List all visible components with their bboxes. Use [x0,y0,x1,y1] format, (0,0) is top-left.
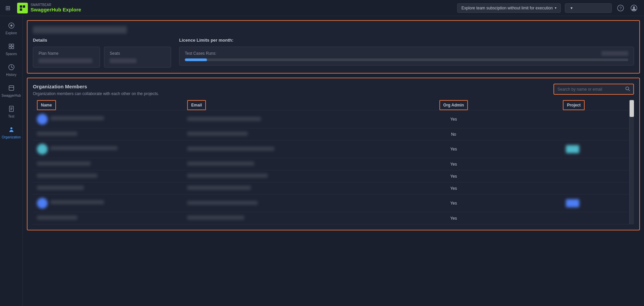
user-menu-button[interactable] [629,3,639,13]
svg-point-9 [10,25,12,27]
plan-name-label: Plan Name [39,51,94,56]
col-header-email: Email [183,100,393,111]
seats-value-blurred [110,58,137,63]
cell-email [183,182,393,194]
cell-name [33,170,183,182]
cell-email [183,128,393,140]
cell-org-admin: Yes [393,182,514,194]
test-cases-value-blurred [601,51,628,56]
cell-project [514,182,634,194]
apps-grid-icon[interactable]: ⊞ [5,4,10,12]
table-row: Yes [33,194,634,212]
svg-point-7 [633,6,635,8]
plan-name-value-blurred [39,58,92,63]
app-title: SMARTBEAR SwaggerHub Explore [31,3,81,12]
col-header-name: Name [33,100,183,111]
search-icon [625,86,630,92]
seats-card: Seats [104,47,171,68]
table-row: Yes [33,182,634,194]
org-members-panel: Organization Members Organization member… [27,78,640,230]
sidebar-item-explore[interactable]: Explore [0,19,22,38]
details-section-title: Details [33,38,171,43]
sidebar-item-test[interactable]: Test [0,102,22,122]
cell-name [33,140,183,158]
cell-email [183,212,393,224]
svg-point-21 [10,127,12,129]
project-header-label: Project [563,100,585,110]
members-table-body: YesNoYesYesYesYesYesYes [33,111,634,224]
cell-org-admin: Yes [393,111,514,128]
sidebar-item-organization[interactable]: Organization [0,123,22,142]
table-row: Yes [33,111,634,128]
svg-rect-2 [20,8,22,11]
table-header: Name Email Org Admin Project [33,100,634,111]
swaggerhub-icon [8,85,15,92]
cell-org-admin: Yes [393,212,514,224]
sidebar-label-test: Test [8,115,14,118]
cell-project [514,140,634,158]
org-title: Organization Members [33,84,159,89]
cell-org-admin: Yes [393,194,514,212]
scrollbar-thumb[interactable] [630,100,634,117]
org-header: Organization Members Organization member… [33,84,634,96]
org-header-left: Organization Members Organization member… [33,84,159,96]
sidebar-item-history[interactable]: History [0,60,22,80]
sidebar-item-swaggerhub[interactable]: SwaggerHub [0,81,22,101]
help-button[interactable]: ? [616,3,625,13]
licence-section-title: Licence Limits per month: [179,38,634,43]
cell-org-admin: Yes [393,140,514,158]
scrollbar-track[interactable] [629,100,634,224]
licence-card: Test Cases Runs: [179,47,634,65]
logo-icon [17,3,28,13]
plan-name-card: Plan Name [33,47,100,68]
header-search-box[interactable]: ▾ [565,3,612,13]
cell-name [33,128,183,140]
sidebar: Explore Spaces History [0,16,23,306]
member-search-box[interactable] [553,84,634,95]
app-header: ⊞ SMARTBEAR SwaggerHub Explore Explore t… [0,0,644,16]
sidebar-label-organization: Organization [2,135,21,139]
cell-org-admin: No [393,128,514,140]
table-row: Yes [33,170,634,182]
plan-title-blurred [33,26,127,34]
sidebar-label-explore: Explore [6,31,17,35]
explore-icon [8,22,15,30]
cell-name [33,212,183,224]
sidebar-item-spaces[interactable]: Spaces [0,40,22,59]
svg-rect-0 [20,5,22,8]
seats-label: Seats [110,51,165,56]
svg-point-3 [23,8,25,11]
col-header-project: Project [514,100,634,111]
history-icon [8,64,15,72]
svg-text:?: ? [620,6,622,11]
cell-org-admin: Yes [393,170,514,182]
details-top-bar [33,26,634,34]
subscription-button[interactable]: Explore team subsciption without limit f… [457,3,561,13]
header-dropdown-icon: ▾ [571,6,573,10]
member-search-input[interactable] [557,87,623,92]
progress-bar-fill [185,58,207,61]
test-cases-row: Test Cases Runs: [185,51,628,56]
chevron-down-icon: ▾ [555,6,556,10]
organization-icon [8,126,15,134]
col-header-org-admin: Org Admin [393,100,514,111]
spaces-icon [8,43,15,51]
details-panel: Details Plan Name Seats Licence Limits p [27,20,640,74]
cell-email [183,111,393,128]
members-table: Name Email Org Admin Project [33,100,634,224]
cell-email [183,194,393,212]
cell-project [514,212,634,224]
progress-bar-container [185,58,628,61]
table-row: Yes [33,140,634,158]
cell-project [514,194,634,212]
cell-email [183,170,393,182]
cell-project [514,111,634,128]
test-cases-label: Test Cases Runs: [185,51,216,56]
cell-project [514,170,634,182]
cell-project [514,128,634,140]
cell-name [33,111,183,128]
table-container: Name Email Org Admin Project [33,100,634,224]
sidebar-label-swaggerhub: SwaggerHub [2,94,21,97]
svg-rect-12 [12,44,14,46]
svg-rect-11 [9,47,11,49]
